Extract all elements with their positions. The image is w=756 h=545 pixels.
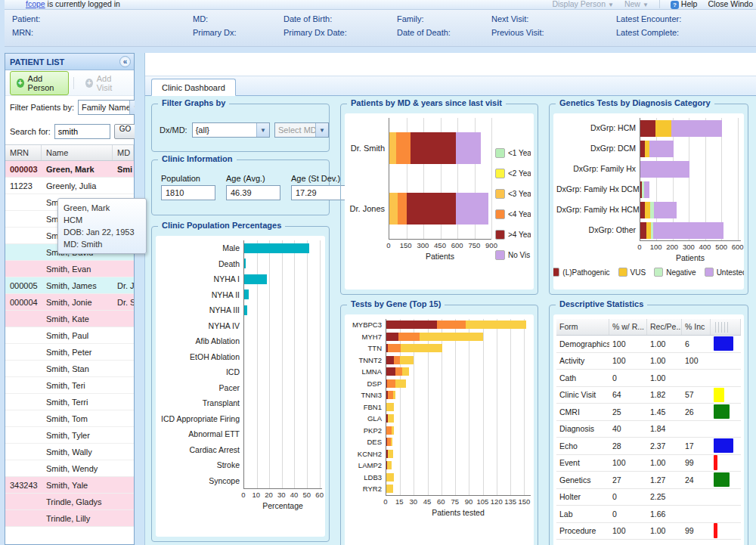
stats-column-header[interactable]: % w/ R... <box>609 319 647 335</box>
stats-pct-cell: 100 <box>609 356 647 365</box>
table-row[interactable]: Smith, Kate <box>5 311 134 327</box>
stats-column-header[interactable]: Rec/Pe... <box>647 319 682 335</box>
stats-row[interactable]: CMRI251.4526 <box>556 404 741 421</box>
table-row[interactable]: 000004Smith, JonieDr. S <box>5 294 134 311</box>
bar <box>640 161 741 178</box>
chart-row <box>386 448 531 460</box>
table-row[interactable]: 000003Green, MarkSmi <box>5 161 134 178</box>
stats-row[interactable]: Demographics1001.006 <box>556 336 741 353</box>
category-labels: MaleDeathNYHA INYHA IINYHA IIINYHA IVAfi… <box>159 240 243 489</box>
stats-row[interactable]: Clinic Visit641.8257 <box>556 387 741 404</box>
stats-row[interactable]: Lab01.66 <box>556 506 741 523</box>
category-label: Dr. Smith <box>348 118 389 178</box>
stats-row[interactable]: Genetics271.2724 <box>556 472 741 489</box>
chart-row <box>244 380 322 396</box>
plus-icon: + <box>85 79 93 88</box>
chart-plot-row: DxGrp: HCMDxGrp: DCMDxGrp: Family HxDxGr… <box>556 118 741 241</box>
tests-by-gene-groupbox: Tests by Gene (Top 15) MYBPC3MYH7TTNTNNT… <box>340 305 538 545</box>
column-header-mrn[interactable]: MRN <box>5 145 42 160</box>
user-link[interactable]: fcope <box>26 0 45 8</box>
table-row[interactable]: Smith, Wendy <box>5 460 134 477</box>
stats-row[interactable]: Procedure1001.0099 <box>556 523 741 540</box>
chart-row <box>244 287 322 303</box>
legend-item: <2 Yea <box>495 169 531 178</box>
stats-form-cell: Clinic Visit <box>556 390 609 399</box>
cell-name: Smith, Wally <box>42 447 113 457</box>
legend-swatch <box>654 268 663 277</box>
chart-plot-row: Dr. SmithDr. Jones <box>348 118 491 240</box>
cell-name: Smith, Tyler <box>42 431 113 440</box>
tooltip-line: HCM <box>64 214 141 226</box>
tick-label: 120 <box>491 497 503 506</box>
x-axis: 0102030405060 <box>243 489 322 500</box>
stats-form-cell: Lab <box>556 509 609 519</box>
stats-inc-cell: 99 <box>682 458 711 467</box>
add-visit-button[interactable]: +Add Visit <box>79 71 129 95</box>
display-person-menu[interactable]: Display Person▼ <box>552 0 614 8</box>
stats-row[interactable]: Activity1001.00100 <box>556 353 741 370</box>
table-row[interactable]: Smith, Terri <box>5 394 134 410</box>
collapse-panel-button[interactable]: « <box>119 56 131 67</box>
stats-column-header[interactable]: Form <box>556 319 609 335</box>
table-row[interactable]: Smith, Wally <box>5 444 134 460</box>
cell-name: Smith, Evan <box>42 265 113 274</box>
category-label: FBN1 <box>348 401 386 413</box>
category-label: Transplant <box>159 395 243 411</box>
column-header-md[interactable]: MD <box>113 145 134 160</box>
chart-row <box>244 473 322 489</box>
go-button[interactable]: GO <box>114 124 137 139</box>
stats-row[interactable]: Echo282.3717 <box>556 438 741 455</box>
stats-row[interactable]: Diagnosis401.84 <box>556 421 741 438</box>
cell-mrn: 000003 <box>5 165 42 174</box>
table-row[interactable]: Smith, Tyler <box>5 427 134 444</box>
table-row[interactable]: Smith, Teri <box>5 377 134 394</box>
patients-by-md-chart: Dr. SmithDr. Jones0150300450600750900Pat… <box>345 113 534 290</box>
help-button[interactable]: ?Help <box>671 0 698 9</box>
close-window-button[interactable]: Close Windo <box>708 0 753 8</box>
tick-label: 0 <box>383 497 387 506</box>
table-row[interactable]: Smith, Evan <box>5 261 134 277</box>
descriptive-statistics-groupbox: Descriptive Statistics Form% w/ R...Rec/… <box>549 305 748 545</box>
chart-row <box>386 483 531 495</box>
cell-name: Smith, Jonie <box>42 298 113 307</box>
table-row[interactable]: 11223Greenly, Julia <box>5 178 134 194</box>
column-header-name[interactable]: Name <box>42 145 113 160</box>
stats-row[interactable]: Event1001.0099 <box>556 455 741 472</box>
table-row[interactable]: Smith, Paul <box>5 327 134 344</box>
bar <box>389 132 491 164</box>
table-row[interactable]: Trindle, Gladys <box>5 494 134 510</box>
bar <box>244 382 322 392</box>
filter-by-select[interactable]: Family Name ▼ <box>78 100 143 115</box>
search-input[interactable] <box>54 124 110 139</box>
table-row[interactable]: 343243Smith, Yale <box>5 477 134 494</box>
dx-md-select[interactable]: {all} ▼ <box>192 122 270 138</box>
tick-label: 0 <box>637 243 641 251</box>
table-row[interactable]: 000005Smith, JamesDr. J <box>5 277 134 294</box>
cell-name: Smith, Teri <box>42 381 113 390</box>
tick-label: 300 <box>417 241 429 249</box>
tick-label: 30 <box>409 497 417 506</box>
panel-splitter[interactable] <box>135 53 145 545</box>
stats-row[interactable]: Holter02.25 <box>556 489 741 506</box>
select-md-select[interactable]: Select MD ▼ <box>274 122 329 138</box>
category-label: ICD Appropriate Firing <box>159 411 243 427</box>
stats-swatch-cell <box>711 388 741 402</box>
patient-list-header: PATIENT LIST « <box>5 54 134 70</box>
table-row[interactable]: Smith, Tom <box>5 410 134 427</box>
tab-clinic-dashboard[interactable]: Clinic Dashboard <box>151 79 236 96</box>
bar <box>244 274 322 284</box>
new-menu[interactable]: New▼ <box>624 0 649 8</box>
table-row[interactable]: Trindle, Lilly <box>5 510 134 527</box>
stats-row[interactable]: Cath01.00 <box>556 370 741 387</box>
table-row[interactable]: Smith, Peter <box>5 344 134 361</box>
table-row[interactable]: Smith, Stan <box>5 361 134 377</box>
chart-plot-row: MYBPC3MYH7TTNTNNT2LMNADSPTNNI3FBN1GLAPKP… <box>348 319 531 496</box>
stats-column-header[interactable]: % Inc <box>682 319 711 335</box>
bar-segment <box>654 202 677 218</box>
add-person-button[interactable]: +Add Person <box>10 71 69 95</box>
bar-segment <box>420 333 483 341</box>
stats-inc-cell: 17 <box>682 441 711 451</box>
legend-item: No Vis <box>495 250 531 260</box>
bar-segment <box>388 450 392 458</box>
bar <box>244 320 322 330</box>
